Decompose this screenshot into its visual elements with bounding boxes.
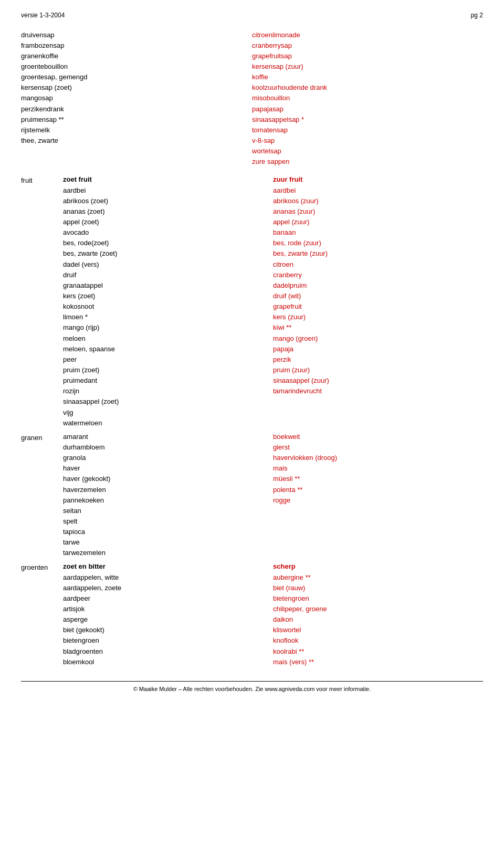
groenten-left-header: zoet en bitter <box>63 561 273 572</box>
groenten-right-item: biet (rauw) <box>273 583 483 593</box>
groenten-left-item: aardpeer <box>63 593 273 604</box>
fruit-right-item: tamarindevrucht <box>273 386 483 396</box>
fruit-right-item: bes, rode (zuur) <box>273 238 483 248</box>
fruit-right-col: zuur fruitaardbeiabrikoos (zuur)ananas (… <box>273 174 483 428</box>
groenten-right-col: scherpaubergine **biet (rauw)bietengroen… <box>273 561 483 667</box>
granen-left-item: amarant <box>63 432 273 442</box>
fruit-right-item: abrikoos (zuur) <box>273 196 483 206</box>
granen-section: granen amarantdurhambloemgranolahaverhav… <box>21 432 483 559</box>
drink-right-item: cranberrysap <box>252 40 483 51</box>
granen-right-item: polenta ** <box>273 485 483 495</box>
fruit-left-item: pruim (zoet) <box>63 365 273 375</box>
drink-left-item: groentesap, gemengd <box>21 72 252 82</box>
footer: © Maaike Mulder – Alle rechten voorbehou… <box>21 681 483 694</box>
drink-right-item: citroenlimonade <box>252 30 483 40</box>
fruit-right-item: pruim (zuur) <box>273 365 483 375</box>
groenten-right-header: scherp <box>273 561 483 572</box>
fruit-right-item: druif (wit) <box>273 291 483 301</box>
fruit-left-item: aardbei <box>63 185 273 196</box>
drink-left-item: thee, zwarte <box>21 135 252 146</box>
fruit-left-header: zoet fruit <box>63 174 273 185</box>
groenten-right-item: daikon <box>273 614 483 625</box>
fruit-right-item: banaan <box>273 227 483 238</box>
granen-right-item: boekweit <box>273 432 483 442</box>
fruit-right-item: appel (zuur) <box>273 217 483 227</box>
drink-left-item: mangosap <box>21 93 252 103</box>
drink-right-item: grapefruitsap <box>252 51 483 61</box>
fruit-right-item: perzik <box>273 354 483 365</box>
drink-left-item: kersensap (zoet) <box>21 82 252 93</box>
fruit-left-item: granaatappel <box>63 280 273 291</box>
drink-left-item: frambozensap <box>21 40 252 51</box>
fruit-right-item: dadelpruim <box>273 280 483 291</box>
granen-right-item: gierst <box>273 442 483 453</box>
fruit-left-item: dadel (vers) <box>63 259 273 270</box>
fruit-left-item: pruimedant <box>63 375 273 386</box>
groenten-right-item: mais (vers) ** <box>273 657 483 667</box>
fruit-right-item: aardbei <box>273 185 483 196</box>
groenten-left-item: aardappelen, zoete <box>63 583 273 593</box>
fruit-left-item: ananas (zoet) <box>63 206 273 217</box>
fruit-left-item: bes, rode(zoet) <box>63 238 273 248</box>
fruit-left-col: zoet fruitaardbeiabrikoos (zoet)ananas (… <box>63 174 273 428</box>
granen-right-item: mais <box>273 463 483 474</box>
fruit-section: fruit zoet fruitaardbeiabrikoos (zoet)an… <box>21 174 483 428</box>
groenten-left-item: aardappelen, witte <box>63 572 273 583</box>
groenten-section: groenten zoet en bitteraardappelen, witt… <box>21 561 483 667</box>
drink-right-item: koffie <box>252 72 483 82</box>
fruit-left-item: meloen <box>63 333 273 344</box>
granen-right-col: boekweitgiersthavervlokken (droog)maismü… <box>273 432 483 559</box>
granen-left-item: haver <box>63 463 273 474</box>
drink-left-item: granenkoffie <box>21 51 252 61</box>
fruit-left-item: rozijn <box>63 386 273 396</box>
groenten-category-label: groenten <box>21 561 63 667</box>
fruit-right-item: kers (zuur) <box>273 312 483 322</box>
fruit-left-item: peer <box>63 354 273 365</box>
granen-left-item: pannekoeken <box>63 495 273 506</box>
fruit-left-item: watermeloen <box>63 418 273 428</box>
groenten-left-col: zoet en bitteraardappelen, witteaardappe… <box>63 561 273 667</box>
fruit-left-item: meloen, spaanse <box>63 344 273 354</box>
granen-left-col: amarantdurhambloemgranolahaverhaver (gek… <box>63 432 273 559</box>
granen-left-item: granola <box>63 453 273 463</box>
drink-left-item: rijstemelk <box>21 125 252 135</box>
drink-left-item: groentebouillon <box>21 61 252 72</box>
granen-right-item: müesli ** <box>273 474 483 484</box>
granen-right-item: havervlokken (droog) <box>273 453 483 463</box>
fruit-right-header: zuur fruit <box>273 174 483 185</box>
drink-left-item: pruimensap ** <box>21 114 252 125</box>
drink-right-item: sinaasappelsap * <box>252 114 483 125</box>
drinks-right-col: citroenlimonadecranberrysapgrapefruitsap… <box>252 30 483 168</box>
drink-right-item: kersensap (zuur) <box>252 61 483 72</box>
fruit-right-item: citroen <box>273 259 483 270</box>
fruit-left-item: vijg <box>63 407 273 418</box>
page-header: versie 1-3-2004 pg 2 <box>21 11 483 20</box>
groenten-right-item: kliswortel <box>273 625 483 635</box>
fruit-right-item: grapefruit <box>273 301 483 312</box>
fruit-left-item: kokosnoot <box>63 301 273 312</box>
fruit-left-item: sinaasappel (zoet) <box>63 396 273 407</box>
fruit-category-label: fruit <box>21 174 63 428</box>
groenten-left-item: asperge <box>63 614 273 625</box>
fruit-left-item: appel (zoet) <box>63 217 273 227</box>
granen-left-item: tarwezemelen <box>63 548 273 558</box>
fruit-left-item: druif <box>63 270 273 280</box>
drinks-left-col: druivensapframbozensapgranenkoffiegroent… <box>21 30 252 168</box>
groenten-right-item: bietengroen <box>273 593 483 604</box>
groenten-right-item: koolrabi ** <box>273 646 483 657</box>
groenten-right-item: chilipeper, groene <box>273 604 483 614</box>
page-number: pg 2 <box>471 11 483 20</box>
groenten-left-item: bloemkool <box>63 657 273 667</box>
footer-text: © Maaike Mulder – Alle rechten voorbehou… <box>133 686 371 692</box>
fruit-right-item: sinaasappel (zuur) <box>273 375 483 386</box>
granen-right-item: rogge <box>273 495 483 506</box>
fruit-right-item: bes, zwarte (zuur) <box>273 248 483 259</box>
drink-right-item: wortelsap <box>252 146 483 156</box>
fruit-left-item: bes, zwarte (zoet) <box>63 248 273 259</box>
groenten-left-item: bietengroen <box>63 635 273 646</box>
fruit-right-item: mango (groen) <box>273 333 483 344</box>
groenten-right-item: knoflook <box>273 635 483 646</box>
groenten-left-item: biet (gekookt) <box>63 625 273 635</box>
granen-category-label: granen <box>21 432 63 559</box>
fruit-left-item: kers (zoet) <box>63 291 273 301</box>
